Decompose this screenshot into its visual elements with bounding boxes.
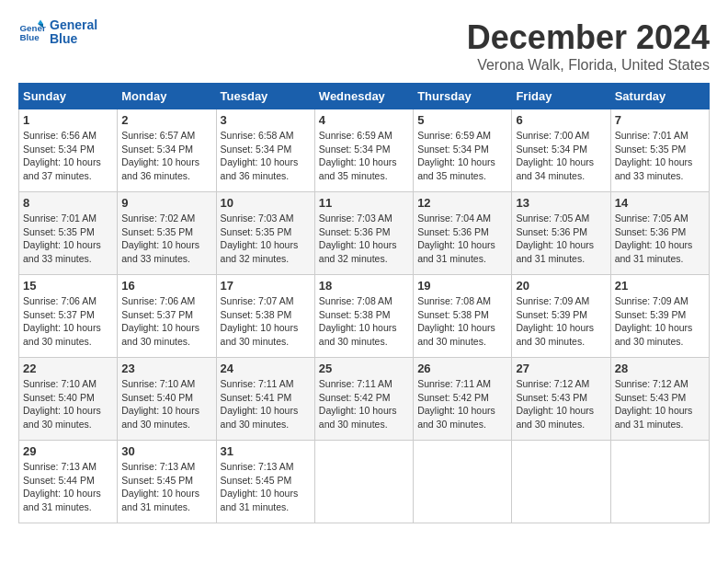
day-info: Sunrise: 7:05 AM Sunset: 5:36 PM Dayligh… bbox=[615, 212, 705, 266]
day-info: Sunrise: 7:07 AM Sunset: 5:38 PM Dayligh… bbox=[221, 294, 311, 349]
day-cell bbox=[314, 441, 413, 523]
column-header-saturday: Saturday bbox=[610, 84, 709, 109]
day-info: Sunrise: 7:11 AM Sunset: 5:42 PM Dayligh… bbox=[319, 377, 409, 431]
day-number: 11 bbox=[319, 196, 409, 210]
day-number: 26 bbox=[417, 362, 507, 375]
day-info: Sunrise: 7:02 AM Sunset: 5:35 PM Dayligh… bbox=[121, 212, 211, 266]
title-block: December 2024 Verona Walk, Florida, Unit… bbox=[467, 18, 710, 74]
day-cell: 30 Sunrise: 7:13 AM Sunset: 5:45 PM Dayl… bbox=[118, 441, 216, 523]
day-number: 23 bbox=[121, 362, 211, 375]
day-info: Sunrise: 7:03 AM Sunset: 5:35 PM Dayligh… bbox=[221, 212, 311, 266]
day-cell: 25 Sunrise: 7:11 AM Sunset: 5:42 PM Dayl… bbox=[314, 358, 413, 441]
calendar-table: SundayMondayTuesdayWednesdayThursdayFrid… bbox=[18, 83, 710, 523]
day-cell: 11 Sunrise: 7:03 AM Sunset: 5:36 PM Dayl… bbox=[314, 192, 413, 275]
day-cell: 5 Sunrise: 6:59 AM Sunset: 5:34 PM Dayli… bbox=[414, 109, 512, 192]
day-info: Sunrise: 7:10 AM Sunset: 5:40 PM Dayligh… bbox=[121, 377, 211, 431]
week-row-2: 8 Sunrise: 7:01 AM Sunset: 5:35 PM Dayli… bbox=[19, 192, 710, 275]
logo: General Blue General Blue bbox=[18, 18, 97, 47]
day-cell bbox=[414, 441, 512, 523]
day-info: Sunrise: 6:57 AM Sunset: 5:34 PM Dayligh… bbox=[121, 129, 211, 183]
logo-line1: General bbox=[50, 18, 97, 32]
day-cell: 20 Sunrise: 7:09 AM Sunset: 5:39 PM Dayl… bbox=[512, 275, 610, 358]
day-cell: 28 Sunrise: 7:12 AM Sunset: 5:43 PM Dayl… bbox=[610, 358, 709, 441]
day-info: Sunrise: 6:59 AM Sunset: 5:34 PM Dayligh… bbox=[417, 129, 507, 183]
page-header: General Blue General Blue December 2024 … bbox=[18, 18, 710, 74]
day-number: 1 bbox=[23, 113, 113, 127]
day-cell: 9 Sunrise: 7:02 AM Sunset: 5:35 PM Dayli… bbox=[118, 192, 216, 275]
day-info: Sunrise: 7:12 AM Sunset: 5:43 PM Dayligh… bbox=[615, 377, 705, 431]
day-info: Sunrise: 7:06 AM Sunset: 5:37 PM Dayligh… bbox=[23, 294, 113, 349]
day-number: 27 bbox=[516, 362, 606, 375]
day-number: 4 bbox=[319, 113, 409, 127]
week-row-1: 1 Sunrise: 6:56 AM Sunset: 5:34 PM Dayli… bbox=[19, 109, 710, 192]
day-number: 9 bbox=[121, 196, 211, 210]
logo-icon: General Blue bbox=[18, 18, 46, 46]
calendar-header-row: SundayMondayTuesdayWednesdayThursdayFrid… bbox=[19, 84, 710, 109]
location: Verona Walk, Florida, United States bbox=[467, 57, 710, 74]
column-header-sunday: Sunday bbox=[19, 84, 118, 109]
column-header-friday: Friday bbox=[512, 84, 610, 109]
day-number: 2 bbox=[121, 113, 211, 127]
day-info: Sunrise: 7:04 AM Sunset: 5:36 PM Dayligh… bbox=[417, 212, 507, 266]
column-header-monday: Monday bbox=[118, 84, 216, 109]
day-cell: 12 Sunrise: 7:04 AM Sunset: 5:36 PM Dayl… bbox=[414, 192, 512, 275]
column-header-tuesday: Tuesday bbox=[216, 84, 314, 109]
day-info: Sunrise: 7:13 AM Sunset: 5:44 PM Dayligh… bbox=[23, 460, 113, 514]
svg-text:Blue: Blue bbox=[20, 32, 40, 42]
day-info: Sunrise: 7:01 AM Sunset: 5:35 PM Dayligh… bbox=[615, 129, 705, 183]
day-number: 17 bbox=[221, 279, 311, 293]
day-info: Sunrise: 7:08 AM Sunset: 5:38 PM Dayligh… bbox=[319, 294, 409, 349]
day-number: 21 bbox=[615, 279, 705, 293]
day-cell: 14 Sunrise: 7:05 AM Sunset: 5:36 PM Dayl… bbox=[610, 192, 709, 275]
day-cell: 4 Sunrise: 6:59 AM Sunset: 5:34 PM Dayli… bbox=[314, 109, 413, 192]
day-info: Sunrise: 6:59 AM Sunset: 5:34 PM Dayligh… bbox=[319, 129, 409, 183]
day-cell: 8 Sunrise: 7:01 AM Sunset: 5:35 PM Dayli… bbox=[19, 192, 118, 275]
day-info: Sunrise: 6:58 AM Sunset: 5:34 PM Dayligh… bbox=[221, 129, 311, 183]
day-info: Sunrise: 7:03 AM Sunset: 5:36 PM Dayligh… bbox=[319, 212, 409, 266]
day-info: Sunrise: 6:56 AM Sunset: 5:34 PM Dayligh… bbox=[23, 129, 113, 183]
day-cell: 16 Sunrise: 7:06 AM Sunset: 5:37 PM Dayl… bbox=[118, 275, 216, 358]
day-cell: 6 Sunrise: 7:00 AM Sunset: 5:34 PM Dayli… bbox=[512, 109, 610, 192]
day-info: Sunrise: 7:11 AM Sunset: 5:41 PM Dayligh… bbox=[221, 377, 311, 431]
day-cell: 22 Sunrise: 7:10 AM Sunset: 5:40 PM Dayl… bbox=[19, 358, 118, 441]
day-cell: 3 Sunrise: 6:58 AM Sunset: 5:34 PM Dayli… bbox=[216, 109, 314, 192]
day-number: 3 bbox=[221, 113, 311, 127]
day-info: Sunrise: 7:13 AM Sunset: 5:45 PM Dayligh… bbox=[121, 460, 211, 514]
day-number: 30 bbox=[121, 444, 211, 458]
day-number: 25 bbox=[319, 362, 409, 375]
day-cell: 31 Sunrise: 7:13 AM Sunset: 5:45 PM Dayl… bbox=[216, 441, 314, 523]
day-number: 15 bbox=[23, 279, 113, 293]
day-number: 29 bbox=[23, 444, 113, 458]
day-number: 31 bbox=[221, 444, 311, 458]
day-number: 20 bbox=[516, 279, 606, 293]
day-cell: 17 Sunrise: 7:07 AM Sunset: 5:38 PM Dayl… bbox=[216, 275, 314, 358]
day-cell: 2 Sunrise: 6:57 AM Sunset: 5:34 PM Dayli… bbox=[118, 109, 216, 192]
calendar-body: 1 Sunrise: 6:56 AM Sunset: 5:34 PM Dayli… bbox=[19, 109, 710, 523]
day-cell: 24 Sunrise: 7:11 AM Sunset: 5:41 PM Dayl… bbox=[216, 358, 314, 441]
day-cell: 26 Sunrise: 7:11 AM Sunset: 5:42 PM Dayl… bbox=[414, 358, 512, 441]
day-cell: 1 Sunrise: 6:56 AM Sunset: 5:34 PM Dayli… bbox=[19, 109, 118, 192]
day-number: 22 bbox=[23, 362, 113, 375]
day-number: 28 bbox=[615, 362, 705, 375]
day-number: 10 bbox=[221, 196, 311, 210]
day-number: 7 bbox=[615, 113, 705, 127]
day-cell bbox=[512, 441, 610, 523]
day-info: Sunrise: 7:01 AM Sunset: 5:35 PM Dayligh… bbox=[23, 212, 113, 266]
column-header-thursday: Thursday bbox=[414, 84, 512, 109]
day-cell: 19 Sunrise: 7:08 AM Sunset: 5:38 PM Dayl… bbox=[414, 275, 512, 358]
day-info: Sunrise: 7:10 AM Sunset: 5:40 PM Dayligh… bbox=[23, 377, 113, 431]
day-info: Sunrise: 7:05 AM Sunset: 5:36 PM Dayligh… bbox=[516, 212, 606, 266]
day-number: 18 bbox=[319, 279, 409, 293]
day-info: Sunrise: 7:09 AM Sunset: 5:39 PM Dayligh… bbox=[516, 294, 606, 349]
day-cell: 29 Sunrise: 7:13 AM Sunset: 5:44 PM Dayl… bbox=[19, 441, 118, 523]
day-number: 14 bbox=[615, 196, 705, 210]
day-info: Sunrise: 7:12 AM Sunset: 5:43 PM Dayligh… bbox=[516, 377, 606, 431]
day-cell: 27 Sunrise: 7:12 AM Sunset: 5:43 PM Dayl… bbox=[512, 358, 610, 441]
day-info: Sunrise: 7:13 AM Sunset: 5:45 PM Dayligh… bbox=[221, 460, 311, 514]
day-number: 12 bbox=[417, 196, 507, 210]
day-cell: 18 Sunrise: 7:08 AM Sunset: 5:38 PM Dayl… bbox=[314, 275, 413, 358]
day-cell: 7 Sunrise: 7:01 AM Sunset: 5:35 PM Dayli… bbox=[610, 109, 709, 192]
svg-marker-2 bbox=[38, 20, 43, 25]
day-number: 6 bbox=[516, 113, 606, 127]
day-cell: 15 Sunrise: 7:06 AM Sunset: 5:37 PM Dayl… bbox=[19, 275, 118, 358]
